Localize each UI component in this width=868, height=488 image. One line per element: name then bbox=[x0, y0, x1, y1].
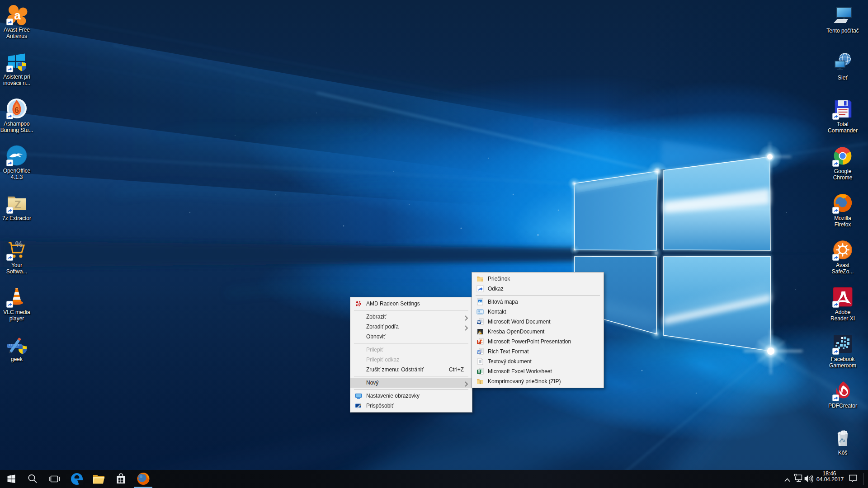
svg-text:6: 6 bbox=[14, 106, 19, 115]
svg-text:W: W bbox=[477, 319, 481, 324]
svg-text:X: X bbox=[478, 369, 481, 374]
svg-text:W: W bbox=[477, 350, 481, 353]
svg-text:%: % bbox=[15, 239, 23, 249]
svg-text:a: a bbox=[14, 9, 21, 22]
svg-text:P: P bbox=[478, 339, 481, 344]
svg-text:Z: Z bbox=[14, 198, 21, 211]
